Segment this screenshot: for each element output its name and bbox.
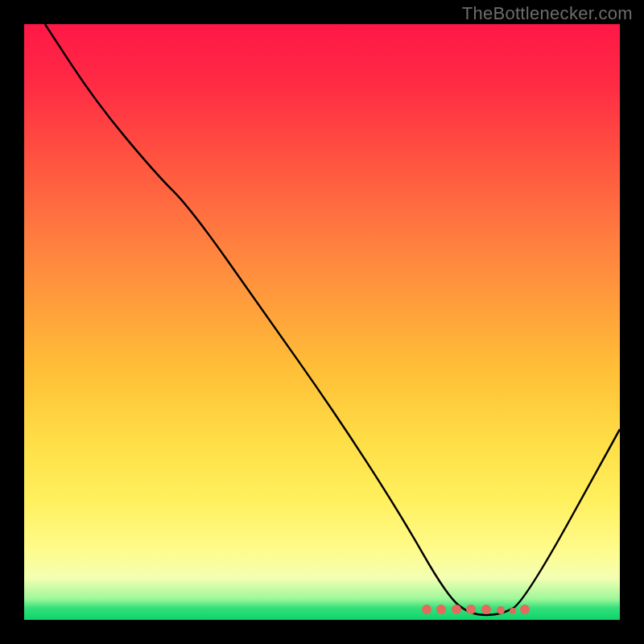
curve-marker [520, 605, 530, 614]
curve-marker [481, 605, 491, 614]
marker-strip [24, 590, 620, 614]
attribution-text: TheBottlenecker.com [462, 3, 633, 24]
curve-marker [452, 605, 461, 614]
curve-marker [436, 605, 446, 614]
curve-layer [24, 24, 620, 620]
plot-area [24, 24, 620, 620]
curve-marker [466, 605, 476, 614]
curve-marker [510, 608, 516, 614]
chart-root: TheBottlenecker.com [0, 0, 644, 644]
curve-marker [497, 606, 505, 614]
curve-marker [422, 605, 431, 614]
bottleneck-curve [45, 24, 620, 615]
